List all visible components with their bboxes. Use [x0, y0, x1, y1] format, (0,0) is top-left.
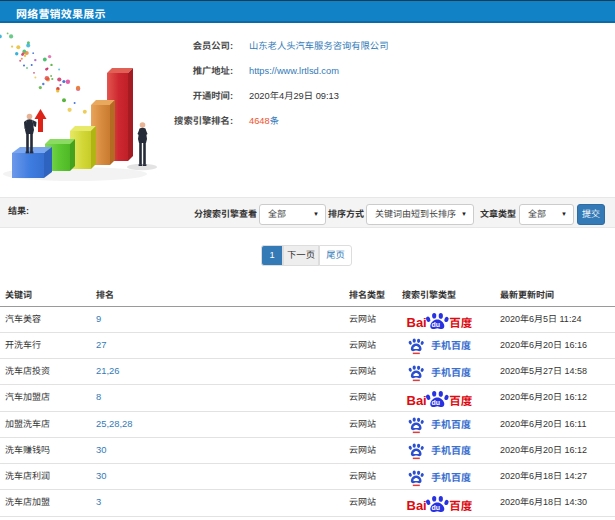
- svg-text:百度: 百度: [449, 500, 472, 512]
- svg-text:手机百度: 手机百度: [431, 341, 471, 352]
- svg-text:百度: 百度: [449, 317, 472, 329]
- svg-text:手机百度: 手机百度: [431, 472, 471, 483]
- svg-text:手机百度: 手机百度: [431, 446, 471, 457]
- svg-text:百度: 百度: [449, 395, 472, 407]
- svg-text:du: du: [432, 504, 441, 511]
- svg-text:Bai: Bai: [407, 315, 427, 330]
- svg-text:Bai: Bai: [407, 393, 427, 408]
- svg-text:手机百度: 手机百度: [431, 419, 471, 430]
- svg-text:Bai: Bai: [407, 498, 427, 513]
- svg-text:du: du: [432, 399, 441, 406]
- svg-text:du: du: [432, 320, 441, 327]
- svg-text:手机百度: 手机百度: [431, 367, 471, 378]
